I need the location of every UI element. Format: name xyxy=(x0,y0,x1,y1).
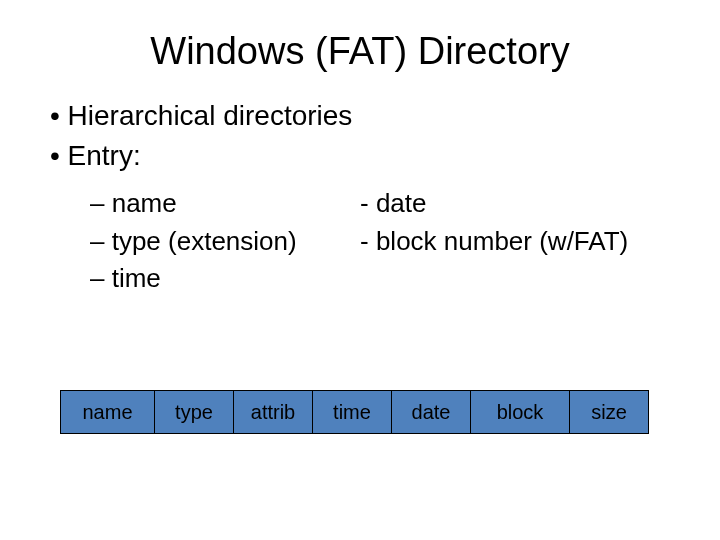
cell-block: block xyxy=(470,390,570,434)
sub-bullet-type: type (extension) xyxy=(90,225,360,259)
cell-time: time xyxy=(312,390,392,434)
sub-bullet-block: block number (w/FAT) xyxy=(360,225,628,259)
cell-attrib: attrib xyxy=(233,390,313,434)
sub-bullet-left-col: name type (extension) time xyxy=(90,183,360,300)
bullet-entry: Entry: xyxy=(50,138,680,174)
bullet-hierarchical: Hierarchical directories xyxy=(50,98,680,134)
directory-entry-row: name type attrib time date block size xyxy=(60,390,649,434)
sub-bullet-right-col: date block number (w/FAT) xyxy=(360,183,628,300)
slide-title: Windows (FAT) Directory xyxy=(40,30,680,73)
sub-bullet-name: name xyxy=(90,187,360,221)
directory-entry-diagram: name type attrib time date block size xyxy=(60,390,649,434)
cell-type: type xyxy=(154,390,234,434)
cell-size: size xyxy=(569,390,649,434)
sub-bullet-time: time xyxy=(90,262,360,296)
bullet-list: Hierarchical directories Entry: name typ… xyxy=(50,98,680,300)
cell-date: date xyxy=(391,390,471,434)
cell-name: name xyxy=(60,390,155,434)
sub-bullet-columns: name type (extension) time date block nu… xyxy=(90,183,680,300)
slide: Windows (FAT) Directory Hierarchical dir… xyxy=(0,0,720,540)
sub-bullet-date: date xyxy=(360,187,628,221)
